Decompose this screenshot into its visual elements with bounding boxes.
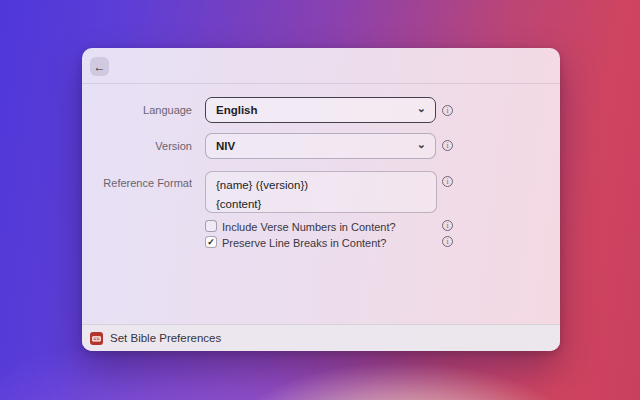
reference-format-line1: {name} ({version})	[216, 176, 426, 195]
preserve-line-breaks-label: Preserve Line Breaks in Content?	[222, 237, 386, 249]
window-header: ←	[82, 48, 560, 84]
language-dropdown-value: English	[216, 104, 258, 116]
info-icon[interactable]: i	[442, 176, 453, 187]
preserve-line-breaks-row: ✓ Preserve Line Breaks in Content? i	[82, 236, 560, 250]
language-label: Language	[82, 104, 192, 117]
info-icon[interactable]: i	[442, 140, 453, 151]
include-verse-numbers-row: Include Verse Numbers in Content? i	[82, 220, 560, 234]
preserve-line-breaks-checkbox[interactable]: ✓	[205, 236, 217, 248]
language-dropdown[interactable]: English ⌄	[205, 97, 436, 123]
info-icon[interactable]: i	[442, 220, 453, 231]
info-icon[interactable]: i	[442, 236, 453, 247]
bible-book-icon	[90, 332, 103, 345]
back-button[interactable]: ←	[90, 57, 109, 76]
reference-format-line2: {content}	[216, 195, 426, 214]
version-dropdown[interactable]: NIV ⌄	[205, 133, 436, 159]
include-verse-numbers-checkbox[interactable]	[205, 220, 217, 232]
version-dropdown-value: NIV	[216, 140, 235, 152]
version-label: Version	[82, 140, 192, 153]
chevron-down-icon: ⌄	[417, 102, 426, 115]
include-verse-numbers-label: Include Verse Numbers in Content?	[222, 221, 396, 233]
back-arrow-icon: ←	[94, 61, 106, 73]
preferences-window: ← Language English ⌄ i Version NIV ⌄ i R…	[82, 48, 560, 351]
command-title: Set Bible Preferences	[110, 332, 221, 344]
window-footer: Set Bible Preferences	[82, 324, 560, 351]
reference-format-label: Reference Format	[82, 177, 192, 190]
chevron-down-icon: ⌄	[417, 138, 426, 151]
checkmark-icon: ✓	[207, 238, 215, 247]
reference-format-textarea[interactable]: {name} ({version}) {content}	[205, 171, 437, 213]
info-icon[interactable]: i	[442, 105, 453, 116]
